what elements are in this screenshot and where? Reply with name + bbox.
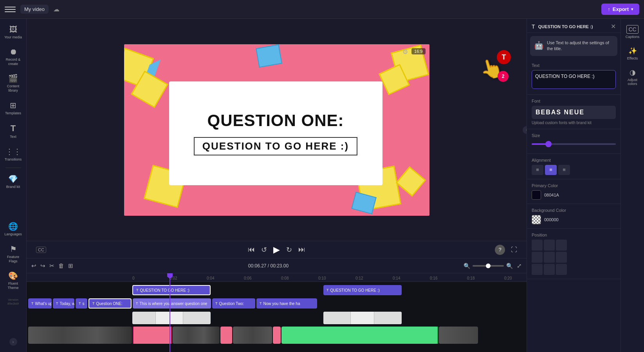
tooltip-banner: 🤖 Use Text to adjust the settings of the… [530, 36, 617, 56]
panel-adjust-colors-tab[interactable]: ◑ Adjustcolors [622, 65, 643, 89]
sidebar-collapse-btn[interactable]: › [9, 338, 17, 346]
zoom-in-button[interactable]: 🔍 [506, 263, 513, 269]
size-slider[interactable] [532, 140, 616, 148]
text-input[interactable]: QUESTION TO GO HERE :) [532, 70, 616, 89]
sidebar-item-feature-flags[interactable]: ⚑ FeatureFlags [2, 241, 25, 267]
pos-mid-right[interactable] [556, 252, 567, 263]
delete-button[interactable]: 🗑 [58, 262, 64, 269]
undo-button[interactable]: ↩ [31, 262, 36, 269]
ruler-mark-2: 0:04 [207, 276, 244, 282]
panel-captions-tab[interactable]: CC Captions [622, 22, 643, 42]
timeline-area: ↩ ↪ ✂ 🗑 ⊞ 00:06.27 / 00:23.00 🔍 🔍 ⤢ [27, 258, 527, 352]
pos-bot-right[interactable] [556, 264, 567, 275]
panel-primary-color-section: Primary Color 08041A [527, 179, 621, 204]
skip-forward-button[interactable]: ⏭ [298, 245, 305, 254]
ruler-mark-0: 0 [132, 276, 170, 282]
pos-top-right[interactable] [556, 240, 567, 251]
track-clip-question-one[interactable]: T Question ONE: [88, 298, 132, 309]
panel-close-button[interactable]: ✕ [611, 23, 616, 30]
pos-bot-center[interactable] [544, 264, 555, 275]
ruler-mark-1: 0:02 [170, 276, 207, 282]
bg-color-row: 000000 [532, 215, 616, 224]
ruler-mark-9: 0:18 [467, 276, 504, 282]
sidebar-item-languages[interactable]: 🌐 Languages [2, 218, 25, 240]
primary-color-row: 08041A [532, 190, 616, 200]
topbar: My video ☁ ↑ Export ▾ [0, 0, 644, 19]
track-clip-question-two[interactable]: T Question Two: [212, 298, 255, 309]
ruler-mark-6: 0:12 [355, 276, 393, 282]
skip-back-button[interactable]: ⏮ [248, 245, 255, 254]
canvas-collapse-right[interactable]: › [523, 126, 527, 134]
export-button[interactable]: ↑ Export ▾ [601, 4, 639, 15]
size-slider-thumb [545, 141, 552, 147]
track-row-3 [27, 311, 527, 325]
clip-question-two-label: Question Two: [219, 301, 244, 306]
sidebar-item-your-media[interactable]: 🖼 Your media [2, 22, 25, 43]
pos-top-left[interactable] [532, 240, 543, 251]
tooltip-text: Use Text to adjust the settings of the t… [547, 40, 613, 52]
sidebar-item-content-library[interactable]: 🎬 Contentlibrary [2, 70, 25, 96]
pos-bot-left[interactable] [532, 264, 543, 275]
expand-timeline-button[interactable]: ⤢ [517, 262, 522, 269]
feature-flags-icon: ⚑ [10, 244, 17, 254]
sidebar-label-record-create: Record &create [6, 58, 21, 66]
main-question-title: QUESTION ONE: [207, 111, 344, 130]
record-icon: ⏺ [9, 47, 17, 56]
sidebar-divider [5, 168, 21, 168]
font-section-label: Font [532, 99, 616, 103]
zoom-slider[interactable] [473, 265, 504, 267]
bg-color-label: Background Color [532, 208, 616, 213]
clip-today-label: Today, w [60, 301, 75, 306]
alignment-section-label: Alignment [532, 158, 616, 162]
project-title[interactable]: My video [20, 5, 49, 14]
track-clip-answer-one[interactable]: T This is where you answer question one [133, 298, 211, 309]
sidebar-item-transitions[interactable]: ⋮⋮ Transitions [2, 144, 25, 165]
align-left-button[interactable]: ≡ [532, 165, 543, 175]
bg-color-swatch[interactable] [532, 215, 541, 224]
track-clip-whatsup[interactable]: T What's up! [28, 298, 52, 309]
play-button[interactable]: ▶ [273, 245, 280, 255]
white-card: QUESTION ONE: QUESTION TO GO HERE :) [169, 81, 382, 185]
track-clip-question-1[interactable]: T QUESTION TO GO HERE :) [132, 285, 211, 295]
cut-button[interactable]: ✂ [49, 262, 54, 269]
pos-mid-center[interactable] [544, 252, 555, 263]
fullscreen-button[interactable]: ⛶ [511, 246, 517, 253]
cc-badge[interactable]: CC [36, 247, 46, 253]
help-button[interactable]: ? [495, 245, 505, 255]
font-display[interactable]: BEBAS NEUE [532, 106, 616, 119]
sidebar-item-fluent-theme[interactable]: 🎨 FluentTheme [2, 268, 25, 293]
snap-button[interactable]: ⊞ [68, 262, 73, 269]
upload-fonts-link[interactable]: Upload custom fonts with brand kit [532, 121, 616, 125]
sidebar-item-record-create[interactable]: ⏺ Record &create [2, 44, 25, 69]
canvas-settings-icon[interactable]: ⚙ [402, 48, 408, 56]
track-clip-now[interactable]: T Now you have the ha [256, 298, 317, 309]
zoom-out-button[interactable]: 🔍 [464, 263, 470, 269]
timeline-timecode: 00:06.27 / 00:23.00 [77, 263, 460, 269]
track-clip-s[interactable]: T s [76, 298, 87, 309]
forward-5-button[interactable]: ↻ [286, 245, 292, 254]
cloud-save-icon: ☁ [53, 5, 60, 13]
video-canvas: QUESTION ONE: QUESTION TO GO HERE :) 16:… [124, 44, 429, 216]
cursor-hand-icon: 👆 [477, 55, 505, 83]
redo-button[interactable]: ↪ [40, 262, 45, 269]
alignment-buttons: ≡ ≡ ≡ [532, 165, 616, 175]
effects-icon: ✨ [628, 47, 637, 55]
sidebar-item-brand-kit[interactable]: 💎 Brand kit [2, 171, 25, 192]
pos-mid-left[interactable] [532, 252, 543, 263]
primary-color-swatch[interactable] [532, 190, 541, 200]
clip-t-icon-7: T [260, 301, 262, 305]
align-center-button[interactable]: ≡ [545, 165, 557, 175]
align-right-button[interactable]: ≡ [558, 165, 570, 175]
track-clip-question-2[interactable]: T QUESTION TO GO HERE :) [323, 285, 402, 295]
clip-whatsup-label: What's up! [35, 301, 52, 306]
sidebar-item-text[interactable]: T Text [2, 120, 25, 142]
rewind-5-button[interactable]: ↺ [261, 245, 267, 254]
track-clip-today[interactable]: T Today, w [53, 298, 74, 309]
cursor-t-badge: T [497, 50, 511, 64]
sidebar-item-templates[interactable]: ⊞ Templates [2, 97, 25, 119]
clip-t-icon-6: T [215, 301, 218, 305]
panel-effects-tab[interactable]: ✨ Effects [622, 43, 643, 63]
pos-top-center[interactable] [544, 240, 555, 251]
adjust-colors-icon: ◑ [630, 68, 636, 77]
hamburger-menu[interactable] [5, 4, 16, 15]
